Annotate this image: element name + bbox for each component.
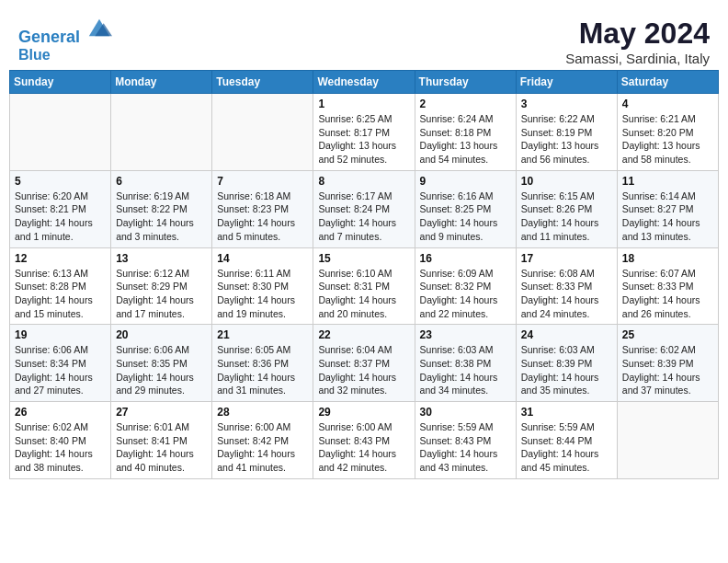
day-info: Sunrise: 6:14 AM Sunset: 8:27 PM Dayligh… [622, 190, 713, 244]
weekday-header-saturday: Saturday [617, 71, 718, 94]
weekday-header-monday: Monday [111, 71, 212, 94]
location: Samassi, Sardinia, Italy [565, 51, 710, 66]
calendar-cell: 29Sunrise: 6:00 AM Sunset: 8:43 PM Dayli… [313, 402, 415, 479]
calendar-cell: 2Sunrise: 6:24 AM Sunset: 8:18 PM Daylig… [415, 94, 516, 171]
calendar-cell: 10Sunrise: 6:15 AM Sunset: 8:26 PM Dayli… [516, 170, 617, 247]
day-info: Sunrise: 6:10 AM Sunset: 8:31 PM Dayligh… [318, 267, 409, 321]
day-number: 22 [318, 328, 409, 341]
day-number: 4 [622, 98, 713, 110]
calendar-cell: 1Sunrise: 6:25 AM Sunset: 8:17 PM Daylig… [313, 94, 415, 171]
day-number: 18 [622, 252, 713, 265]
calendar-cell: 11Sunrise: 6:14 AM Sunset: 8:27 PM Dayli… [617, 170, 718, 247]
logo-text: General [18, 17, 112, 47]
day-info: Sunrise: 6:22 AM Sunset: 8:19 PM Dayligh… [521, 112, 612, 167]
calendar-cell: 6Sunrise: 6:19 AM Sunset: 8:22 PM Daylig… [111, 170, 212, 247]
day-info: Sunrise: 6:00 AM Sunset: 8:42 PM Dayligh… [217, 420, 308, 475]
calendar-cell: 9Sunrise: 6:16 AM Sunset: 8:25 PM Daylig… [415, 170, 516, 247]
calendar-cell: 3Sunrise: 6:22 AM Sunset: 8:19 PM Daylig… [516, 94, 617, 171]
day-info: Sunrise: 6:18 AM Sunset: 8:23 PM Dayligh… [217, 190, 308, 244]
day-number: 26 [15, 406, 106, 419]
day-info: Sunrise: 6:06 AM Sunset: 8:34 PM Dayligh… [15, 343, 106, 397]
calendar-cell: 25Sunrise: 6:02 AM Sunset: 8:39 PM Dayli… [617, 325, 718, 402]
calendar-cell: 27Sunrise: 6:01 AM Sunset: 8:41 PM Dayli… [111, 402, 212, 479]
day-info: Sunrise: 6:09 AM Sunset: 8:32 PM Dayligh… [420, 267, 511, 321]
day-info: Sunrise: 6:02 AM Sunset: 8:40 PM Dayligh… [15, 420, 106, 475]
day-number: 27 [116, 406, 207, 419]
day-info: Sunrise: 6:13 AM Sunset: 8:28 PM Dayligh… [15, 267, 106, 321]
day-info: Sunrise: 6:02 AM Sunset: 8:39 PM Dayligh… [622, 343, 713, 397]
calendar-cell: 19Sunrise: 6:06 AM Sunset: 8:34 PM Dayli… [10, 325, 111, 402]
day-info: Sunrise: 6:08 AM Sunset: 8:33 PM Dayligh… [521, 267, 612, 321]
day-info: Sunrise: 6:17 AM Sunset: 8:24 PM Dayligh… [318, 190, 409, 244]
day-info: Sunrise: 5:59 AM Sunset: 8:43 PM Dayligh… [420, 420, 511, 475]
day-number: 9 [420, 175, 511, 188]
day-number: 5 [15, 175, 106, 188]
day-number: 19 [15, 328, 106, 341]
calendar-week-4: 19Sunrise: 6:06 AM Sunset: 8:34 PM Dayli… [10, 325, 719, 402]
page-header: General Blue May 2024 Samassi, Sardinia,… [9, 9, 719, 70]
day-number: 23 [420, 328, 511, 341]
day-info: Sunrise: 6:03 AM Sunset: 8:38 PM Dayligh… [420, 343, 511, 397]
calendar-cell [617, 402, 718, 479]
day-info: Sunrise: 6:07 AM Sunset: 8:33 PM Dayligh… [622, 267, 713, 321]
calendar-cell: 21Sunrise: 6:05 AM Sunset: 8:36 PM Dayli… [212, 325, 313, 402]
day-number: 16 [420, 252, 511, 265]
day-number: 31 [521, 406, 612, 419]
calendar-cell: 26Sunrise: 6:02 AM Sunset: 8:40 PM Dayli… [10, 402, 111, 479]
day-number: 20 [116, 328, 207, 341]
day-number: 11 [622, 175, 713, 188]
calendar-cell: 30Sunrise: 5:59 AM Sunset: 8:43 PM Dayli… [415, 402, 516, 479]
day-number: 24 [521, 328, 612, 341]
day-number: 1 [318, 98, 409, 110]
calendar-cell: 5Sunrise: 6:20 AM Sunset: 8:21 PM Daylig… [10, 170, 111, 247]
day-number: 28 [217, 406, 308, 419]
calendar-cell: 7Sunrise: 6:18 AM Sunset: 8:23 PM Daylig… [212, 170, 313, 247]
day-info: Sunrise: 6:03 AM Sunset: 8:39 PM Dayligh… [521, 343, 612, 397]
calendar-cell: 12Sunrise: 6:13 AM Sunset: 8:28 PM Dayli… [10, 247, 111, 325]
logo-blue: Blue [18, 47, 112, 63]
calendar-cell [111, 94, 212, 171]
calendar-cell: 31Sunrise: 5:59 AM Sunset: 8:44 PM Dayli… [516, 402, 617, 479]
day-info: Sunrise: 5:59 AM Sunset: 8:44 PM Dayligh… [521, 420, 612, 475]
calendar-week-2: 5Sunrise: 6:20 AM Sunset: 8:21 PM Daylig… [10, 170, 719, 247]
day-info: Sunrise: 6:25 AM Sunset: 8:17 PM Dayligh… [318, 112, 409, 167]
calendar-cell: 28Sunrise: 6:00 AM Sunset: 8:42 PM Dayli… [212, 402, 313, 479]
day-number: 14 [217, 252, 308, 265]
day-number: 12 [15, 252, 106, 265]
day-info: Sunrise: 6:12 AM Sunset: 8:29 PM Dayligh… [116, 267, 207, 321]
day-info: Sunrise: 6:16 AM Sunset: 8:25 PM Dayligh… [420, 190, 511, 244]
day-number: 15 [318, 252, 409, 265]
day-info: Sunrise: 6:05 AM Sunset: 8:36 PM Dayligh… [217, 343, 308, 397]
day-number: 30 [420, 406, 511, 419]
calendar-cell: 17Sunrise: 6:08 AM Sunset: 8:33 PM Dayli… [516, 247, 617, 325]
day-number: 7 [217, 175, 308, 188]
day-number: 29 [318, 406, 409, 419]
day-number: 13 [116, 252, 207, 265]
calendar-cell: 8Sunrise: 6:17 AM Sunset: 8:24 PM Daylig… [313, 170, 415, 247]
day-info: Sunrise: 6:11 AM Sunset: 8:30 PM Dayligh… [217, 267, 308, 321]
day-number: 3 [521, 98, 612, 110]
calendar-cell: 16Sunrise: 6:09 AM Sunset: 8:32 PM Dayli… [415, 247, 516, 325]
day-info: Sunrise: 6:19 AM Sunset: 8:22 PM Dayligh… [116, 190, 207, 244]
weekday-header-tuesday: Tuesday [212, 71, 313, 94]
calendar-table: SundayMondayTuesdayWednesdayThursdayFrid… [9, 70, 719, 479]
weekday-header-row: SundayMondayTuesdayWednesdayThursdayFrid… [10, 71, 719, 94]
weekday-header-thursday: Thursday [415, 71, 516, 94]
day-number: 25 [622, 328, 713, 341]
weekday-header-wednesday: Wednesday [313, 71, 415, 94]
calendar-week-5: 26Sunrise: 6:02 AM Sunset: 8:40 PM Dayli… [10, 402, 719, 479]
day-info: Sunrise: 6:01 AM Sunset: 8:41 PM Dayligh… [116, 420, 207, 475]
calendar-cell: 18Sunrise: 6:07 AM Sunset: 8:33 PM Dayli… [617, 247, 718, 325]
calendar-cell: 14Sunrise: 6:11 AM Sunset: 8:30 PM Dayli… [212, 247, 313, 325]
logo-icon [86, 15, 112, 40]
calendar-cell: 20Sunrise: 6:06 AM Sunset: 8:35 PM Dayli… [111, 325, 212, 402]
month-year: May 2024 [565, 17, 710, 51]
title-area: May 2024 Samassi, Sardinia, Italy [565, 17, 710, 66]
day-number: 2 [420, 98, 511, 110]
calendar-cell: 24Sunrise: 6:03 AM Sunset: 8:39 PM Dayli… [516, 325, 617, 402]
day-info: Sunrise: 6:21 AM Sunset: 8:20 PM Dayligh… [622, 112, 713, 167]
day-info: Sunrise: 6:04 AM Sunset: 8:37 PM Dayligh… [318, 343, 409, 397]
day-info: Sunrise: 6:15 AM Sunset: 8:26 PM Dayligh… [521, 190, 612, 244]
calendar-cell: 15Sunrise: 6:10 AM Sunset: 8:31 PM Dayli… [313, 247, 415, 325]
day-info: Sunrise: 6:24 AM Sunset: 8:18 PM Dayligh… [420, 112, 511, 167]
